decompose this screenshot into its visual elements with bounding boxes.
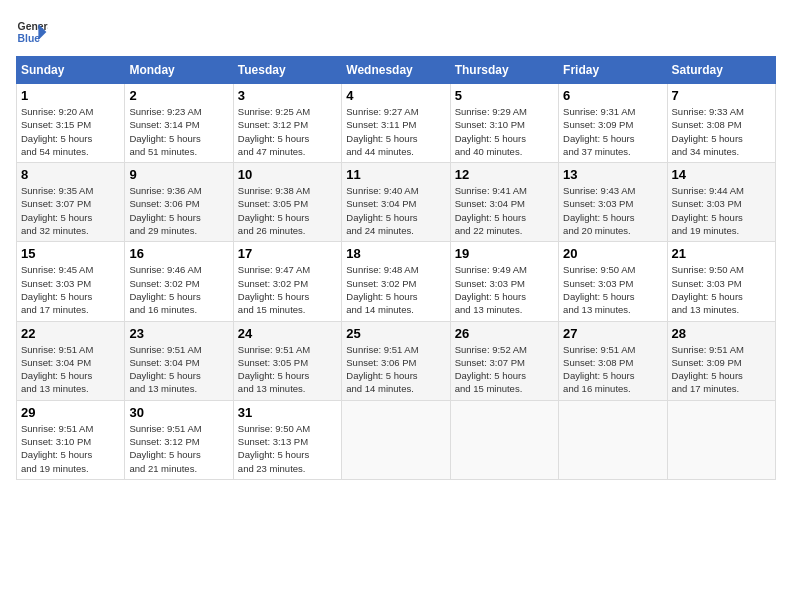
day-info: Sunrise: 9:43 AM Sunset: 3:03 PM Dayligh…: [563, 184, 662, 237]
calendar-cell: 27Sunrise: 9:51 AM Sunset: 3:08 PM Dayli…: [559, 321, 667, 400]
day-number: 23: [129, 326, 228, 341]
column-header-wednesday: Wednesday: [342, 57, 450, 84]
calendar-cell: 22Sunrise: 9:51 AM Sunset: 3:04 PM Dayli…: [17, 321, 125, 400]
calendar-cell: [667, 400, 775, 479]
week-row-4: 22Sunrise: 9:51 AM Sunset: 3:04 PM Dayli…: [17, 321, 776, 400]
day-number: 11: [346, 167, 445, 182]
day-info: Sunrise: 9:50 AM Sunset: 3:03 PM Dayligh…: [563, 263, 662, 316]
day-info: Sunrise: 9:41 AM Sunset: 3:04 PM Dayligh…: [455, 184, 554, 237]
day-info: Sunrise: 9:29 AM Sunset: 3:10 PM Dayligh…: [455, 105, 554, 158]
day-info: Sunrise: 9:51 AM Sunset: 3:12 PM Dayligh…: [129, 422, 228, 475]
day-number: 16: [129, 246, 228, 261]
day-info: Sunrise: 9:23 AM Sunset: 3:14 PM Dayligh…: [129, 105, 228, 158]
day-info: Sunrise: 9:49 AM Sunset: 3:03 PM Dayligh…: [455, 263, 554, 316]
column-header-saturday: Saturday: [667, 57, 775, 84]
day-info: Sunrise: 9:40 AM Sunset: 3:04 PM Dayligh…: [346, 184, 445, 237]
day-info: Sunrise: 9:27 AM Sunset: 3:11 PM Dayligh…: [346, 105, 445, 158]
day-info: Sunrise: 9:51 AM Sunset: 3:06 PM Dayligh…: [346, 343, 445, 396]
day-number: 6: [563, 88, 662, 103]
week-row-3: 15Sunrise: 9:45 AM Sunset: 3:03 PM Dayli…: [17, 242, 776, 321]
calendar-cell: 31Sunrise: 9:50 AM Sunset: 3:13 PM Dayli…: [233, 400, 341, 479]
day-number: 14: [672, 167, 771, 182]
calendar-cell: 13Sunrise: 9:43 AM Sunset: 3:03 PM Dayli…: [559, 163, 667, 242]
calendar-cell: 26Sunrise: 9:52 AM Sunset: 3:07 PM Dayli…: [450, 321, 558, 400]
calendar-cell: 18Sunrise: 9:48 AM Sunset: 3:02 PM Dayli…: [342, 242, 450, 321]
column-header-friday: Friday: [559, 57, 667, 84]
day-number: 22: [21, 326, 120, 341]
calendar-table: SundayMondayTuesdayWednesdayThursdayFrid…: [16, 56, 776, 480]
day-info: Sunrise: 9:51 AM Sunset: 3:04 PM Dayligh…: [21, 343, 120, 396]
day-info: Sunrise: 9:45 AM Sunset: 3:03 PM Dayligh…: [21, 263, 120, 316]
day-info: Sunrise: 9:25 AM Sunset: 3:12 PM Dayligh…: [238, 105, 337, 158]
day-info: Sunrise: 9:31 AM Sunset: 3:09 PM Dayligh…: [563, 105, 662, 158]
calendar-cell: 16Sunrise: 9:46 AM Sunset: 3:02 PM Dayli…: [125, 242, 233, 321]
day-number: 4: [346, 88, 445, 103]
calendar-cell: 12Sunrise: 9:41 AM Sunset: 3:04 PM Dayli…: [450, 163, 558, 242]
calendar-cell: 25Sunrise: 9:51 AM Sunset: 3:06 PM Dayli…: [342, 321, 450, 400]
day-number: 27: [563, 326, 662, 341]
day-number: 21: [672, 246, 771, 261]
week-row-2: 8Sunrise: 9:35 AM Sunset: 3:07 PM Daylig…: [17, 163, 776, 242]
day-number: 28: [672, 326, 771, 341]
calendar-cell: 3Sunrise: 9:25 AM Sunset: 3:12 PM Daylig…: [233, 84, 341, 163]
day-number: 20: [563, 246, 662, 261]
calendar-cell: 4Sunrise: 9:27 AM Sunset: 3:11 PM Daylig…: [342, 84, 450, 163]
calendar-cell: 9Sunrise: 9:36 AM Sunset: 3:06 PM Daylig…: [125, 163, 233, 242]
day-info: Sunrise: 9:47 AM Sunset: 3:02 PM Dayligh…: [238, 263, 337, 316]
calendar-cell: 6Sunrise: 9:31 AM Sunset: 3:09 PM Daylig…: [559, 84, 667, 163]
calendar-cell: 19Sunrise: 9:49 AM Sunset: 3:03 PM Dayli…: [450, 242, 558, 321]
day-info: Sunrise: 9:50 AM Sunset: 3:13 PM Dayligh…: [238, 422, 337, 475]
day-number: 17: [238, 246, 337, 261]
logo: General Blue: [16, 16, 48, 48]
day-number: 18: [346, 246, 445, 261]
day-number: 31: [238, 405, 337, 420]
column-header-tuesday: Tuesday: [233, 57, 341, 84]
calendar-cell: 24Sunrise: 9:51 AM Sunset: 3:05 PM Dayli…: [233, 321, 341, 400]
day-number: 15: [21, 246, 120, 261]
header: General Blue: [16, 16, 776, 48]
calendar-cell: 21Sunrise: 9:50 AM Sunset: 3:03 PM Dayli…: [667, 242, 775, 321]
day-info: Sunrise: 9:51 AM Sunset: 3:10 PM Dayligh…: [21, 422, 120, 475]
day-number: 29: [21, 405, 120, 420]
calendar-cell: 2Sunrise: 9:23 AM Sunset: 3:14 PM Daylig…: [125, 84, 233, 163]
calendar-cell: 11Sunrise: 9:40 AM Sunset: 3:04 PM Dayli…: [342, 163, 450, 242]
day-number: 2: [129, 88, 228, 103]
day-number: 24: [238, 326, 337, 341]
day-info: Sunrise: 9:51 AM Sunset: 3:04 PM Dayligh…: [129, 343, 228, 396]
logo-icon: General Blue: [16, 16, 48, 48]
day-info: Sunrise: 9:35 AM Sunset: 3:07 PM Dayligh…: [21, 184, 120, 237]
day-number: 7: [672, 88, 771, 103]
calendar-cell: 7Sunrise: 9:33 AM Sunset: 3:08 PM Daylig…: [667, 84, 775, 163]
column-header-monday: Monday: [125, 57, 233, 84]
day-number: 3: [238, 88, 337, 103]
day-number: 12: [455, 167, 554, 182]
calendar-cell: [342, 400, 450, 479]
calendar-cell: 28Sunrise: 9:51 AM Sunset: 3:09 PM Dayli…: [667, 321, 775, 400]
calendar-cell: 30Sunrise: 9:51 AM Sunset: 3:12 PM Dayli…: [125, 400, 233, 479]
day-info: Sunrise: 9:51 AM Sunset: 3:08 PM Dayligh…: [563, 343, 662, 396]
calendar-cell: 29Sunrise: 9:51 AM Sunset: 3:10 PM Dayli…: [17, 400, 125, 479]
week-row-1: 1Sunrise: 9:20 AM Sunset: 3:15 PM Daylig…: [17, 84, 776, 163]
column-header-sunday: Sunday: [17, 57, 125, 84]
calendar-cell: 23Sunrise: 9:51 AM Sunset: 3:04 PM Dayli…: [125, 321, 233, 400]
calendar-cell: 15Sunrise: 9:45 AM Sunset: 3:03 PM Dayli…: [17, 242, 125, 321]
day-number: 9: [129, 167, 228, 182]
day-info: Sunrise: 9:33 AM Sunset: 3:08 PM Dayligh…: [672, 105, 771, 158]
day-number: 13: [563, 167, 662, 182]
day-info: Sunrise: 9:36 AM Sunset: 3:06 PM Dayligh…: [129, 184, 228, 237]
calendar-cell: 17Sunrise: 9:47 AM Sunset: 3:02 PM Dayli…: [233, 242, 341, 321]
day-number: 26: [455, 326, 554, 341]
day-info: Sunrise: 9:38 AM Sunset: 3:05 PM Dayligh…: [238, 184, 337, 237]
day-number: 8: [21, 167, 120, 182]
week-row-5: 29Sunrise: 9:51 AM Sunset: 3:10 PM Dayli…: [17, 400, 776, 479]
calendar-cell: 10Sunrise: 9:38 AM Sunset: 3:05 PM Dayli…: [233, 163, 341, 242]
day-info: Sunrise: 9:48 AM Sunset: 3:02 PM Dayligh…: [346, 263, 445, 316]
column-header-thursday: Thursday: [450, 57, 558, 84]
day-number: 1: [21, 88, 120, 103]
calendar-cell: 5Sunrise: 9:29 AM Sunset: 3:10 PM Daylig…: [450, 84, 558, 163]
day-number: 30: [129, 405, 228, 420]
day-info: Sunrise: 9:46 AM Sunset: 3:02 PM Dayligh…: [129, 263, 228, 316]
day-info: Sunrise: 9:51 AM Sunset: 3:05 PM Dayligh…: [238, 343, 337, 396]
day-number: 19: [455, 246, 554, 261]
calendar-cell: 8Sunrise: 9:35 AM Sunset: 3:07 PM Daylig…: [17, 163, 125, 242]
